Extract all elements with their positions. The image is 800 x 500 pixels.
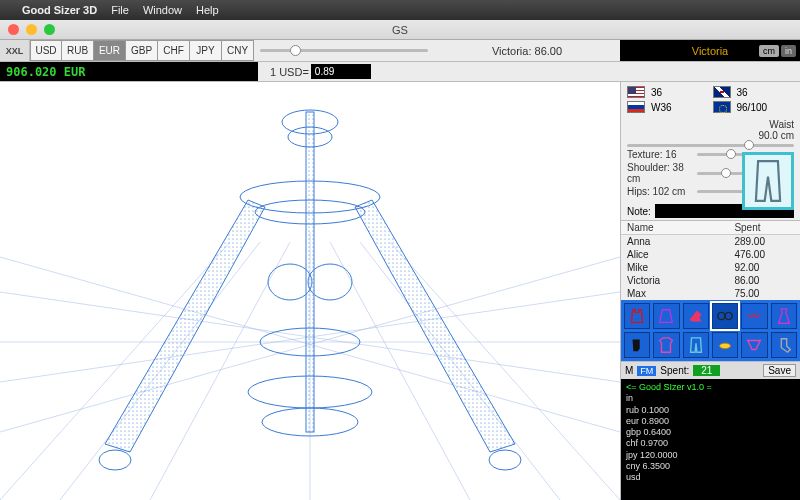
glasses-icon — [716, 307, 734, 325]
total-amount: 906.020 EUR — [0, 62, 258, 81]
flag-us-icon — [627, 86, 645, 98]
svg-rect-13 — [306, 112, 314, 432]
item-bra[interactable] — [741, 303, 767, 329]
totals-bar: 906.020 EUR 1 USD= 0.89 — [0, 62, 800, 82]
svg-point-27 — [718, 312, 725, 319]
unit-in[interactable]: in — [781, 45, 796, 57]
svg-marker-23 — [105, 200, 265, 452]
waist-label: Waist — [769, 119, 794, 130]
item-t-shirt[interactable] — [653, 332, 679, 358]
size-uk: 36 — [737, 87, 795, 98]
size-us: 36 — [651, 87, 709, 98]
unit-cm[interactable]: cm — [759, 45, 779, 57]
currency-rub[interactable]: RUB — [62, 40, 94, 61]
item-briefs[interactable] — [741, 332, 767, 358]
toolbar: XXL USD RUB EUR GBP CHF JPY CNY Victoria… — [0, 40, 800, 62]
col-spent[interactable]: Spent — [728, 221, 800, 234]
currency-usd[interactable]: USD — [30, 40, 62, 61]
ring-icon — [716, 336, 734, 354]
item-skirt[interactable] — [653, 303, 679, 329]
item-dress[interactable] — [771, 303, 797, 329]
table-row[interactable]: Max75.00 — [621, 287, 800, 300]
table-row[interactable]: Mike92.00 — [621, 261, 800, 274]
currency-cny[interactable]: CNY — [222, 40, 254, 61]
console-line: in — [626, 393, 795, 404]
save-button[interactable]: Save — [763, 364, 796, 377]
console-header: <= Good SIzer v1.0 = — [626, 382, 795, 393]
garment-preview — [742, 152, 794, 210]
console[interactable]: <= Good SIzer v1.0 = inrub 0.1000eur 0.8… — [621, 379, 800, 500]
menubar: Good Sizer 3D File Window Help — [0, 0, 800, 20]
3d-viewport[interactable] — [0, 82, 620, 500]
bra-icon — [745, 307, 763, 325]
item-pants[interactable] — [683, 332, 709, 358]
spent-value: 21 — [693, 365, 720, 376]
col-name[interactable]: Name — [621, 221, 728, 234]
zoom-button[interactable] — [44, 24, 55, 35]
flag-eu-icon — [713, 101, 731, 113]
minimize-button[interactable] — [26, 24, 37, 35]
rate-value[interactable]: 0.89 — [311, 64, 371, 79]
window-title: GS — [392, 24, 408, 36]
status-text: Victoria: 86.00 — [434, 40, 620, 61]
menu-file[interactable]: File — [111, 4, 129, 16]
heel-icon — [687, 307, 705, 325]
menu-help[interactable]: Help — [196, 4, 219, 16]
console-line: eur 0.8900 — [626, 416, 795, 427]
right-panel: 36 36 W36 96/100 Waist 90.0 cm Texture: … — [620, 82, 800, 500]
table-row[interactable]: Victoria86.00 — [621, 274, 800, 287]
gender-m[interactable]: M — [625, 365, 633, 376]
item-tank[interactable] — [624, 303, 650, 329]
currency-eur[interactable]: EUR — [94, 40, 126, 61]
hips-label: Hips: — [627, 186, 650, 197]
item-ring[interactable] — [712, 332, 738, 358]
t-shirt-icon — [657, 336, 675, 354]
item-glasses[interactable] — [712, 303, 738, 329]
spent-label: Spent: — [660, 365, 689, 376]
table-row[interactable]: Alice476.00 — [621, 248, 800, 261]
waist-value: 90.0 cm — [758, 130, 794, 141]
svg-point-19 — [308, 264, 352, 300]
pants-icon — [751, 159, 785, 203]
socks-icon — [775, 336, 793, 354]
svg-line-11 — [0, 242, 230, 500]
svg-point-25 — [99, 450, 131, 470]
rate-label: 1 USD= — [270, 66, 309, 78]
console-line: gbp 0.6400 — [626, 427, 795, 438]
people-table: Name Spent Anna289.00Alice476.00Mike92.0… — [621, 220, 800, 300]
profile-name-box: Victoria cm in — [620, 40, 800, 61]
currency-gbp[interactable]: GBP — [126, 40, 158, 61]
window-titlebar: GS — [0, 20, 800, 40]
briefs-icon — [745, 336, 763, 354]
size-flags: 36 36 W36 96/100 — [621, 82, 800, 117]
size-ru: W36 — [651, 102, 709, 113]
console-line: rub 0.1000 — [626, 405, 795, 416]
currency-chf[interactable]: CHF — [158, 40, 190, 61]
console-line: usd — [626, 472, 795, 483]
texture-value: 16 — [665, 149, 676, 160]
glove-icon — [628, 336, 646, 354]
svg-point-18 — [268, 264, 312, 300]
toolbar-slider[interactable] — [254, 40, 434, 61]
spent-bar: M FM Spent: 21 Save — [621, 361, 800, 379]
table-row[interactable]: Anna289.00 — [621, 235, 800, 248]
tank-icon — [628, 307, 646, 325]
size-eu: 96/100 — [737, 102, 795, 113]
hips-value: 102 cm — [653, 186, 686, 197]
menu-window[interactable]: Window — [143, 4, 182, 16]
item-heel[interactable] — [683, 303, 709, 329]
gender-fm[interactable]: FM — [637, 366, 656, 376]
currency-jpy[interactable]: JPY — [190, 40, 222, 61]
console-line: chf 0.9700 — [626, 438, 795, 449]
dress-icon — [775, 307, 793, 325]
svg-point-26 — [489, 450, 521, 470]
flag-uk-icon — [713, 86, 731, 98]
svg-point-30 — [720, 343, 731, 348]
app-menu[interactable]: Good Sizer 3D — [22, 4, 97, 16]
item-socks[interactable] — [771, 332, 797, 358]
profile-name: Victoria — [692, 45, 728, 57]
svg-line-12 — [390, 242, 620, 500]
note-label: Note: — [627, 206, 651, 217]
item-glove[interactable] — [624, 332, 650, 358]
close-button[interactable] — [8, 24, 19, 35]
